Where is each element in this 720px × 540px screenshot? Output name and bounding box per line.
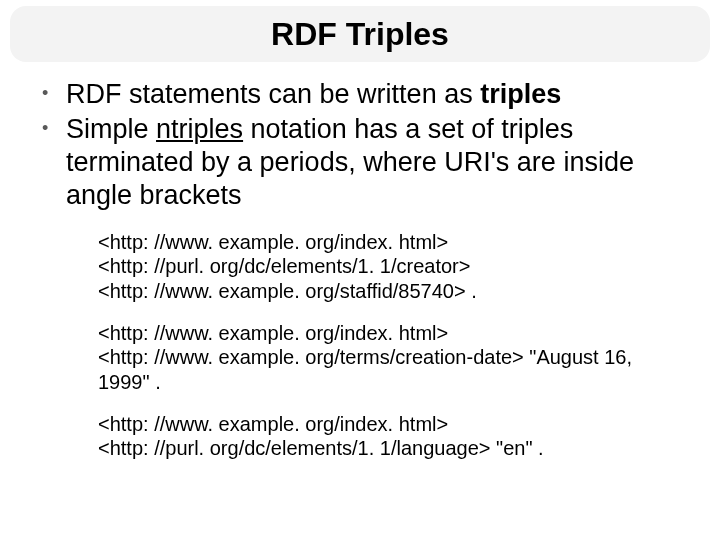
title-bar: RDF Triples <box>10 6 710 62</box>
slide-body: RDF statements can be written as triples… <box>36 78 690 479</box>
example-block: <http: //www. example. org/index. html> … <box>98 412 680 461</box>
bullet-item: Simple ntriples notation has a set of tr… <box>36 113 690 212</box>
examples: <http: //www. example. org/index. html> … <box>98 230 680 461</box>
slide-title: RDF Triples <box>271 16 449 53</box>
bullet-text-em: triples <box>480 79 561 109</box>
bullet-item: RDF statements can be written as triples <box>36 78 690 111</box>
slide: RDF Triples RDF statements can be writte… <box>0 0 720 540</box>
bullet-text-pre: Simple <box>66 114 156 144</box>
example-block: <http: //www. example. org/index. html> … <box>98 230 680 303</box>
bullet-text-em: ntriples <box>156 114 243 144</box>
example-block: <http: //www. example. org/index. html> … <box>98 321 680 394</box>
bullet-list: RDF statements can be written as triples… <box>36 78 690 212</box>
bullet-text-pre: RDF statements can be written as <box>66 79 480 109</box>
